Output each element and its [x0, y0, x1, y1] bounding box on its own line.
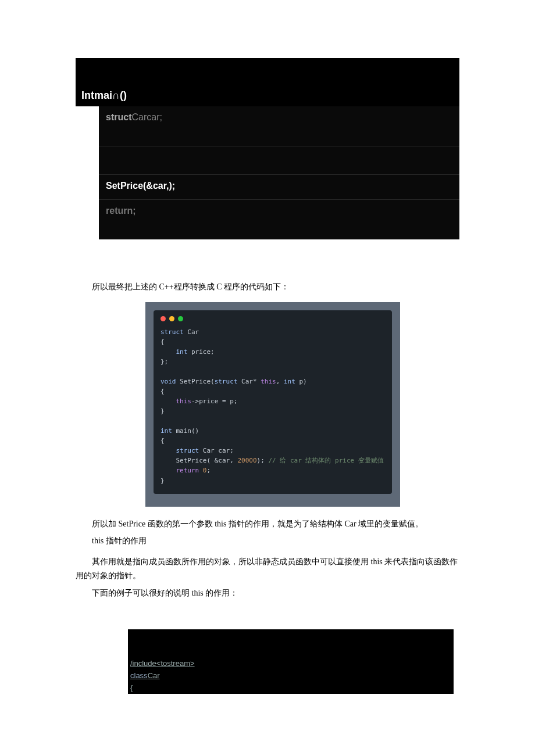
code-figure: struct Car { int price; }; void SetPrice… — [145, 302, 400, 507]
code-line-brace: { — [128, 682, 454, 694]
close-icon — [160, 316, 166, 321]
paragraph-example-intro: 下面的例子可以很好的说明 this 的作用： — [76, 586, 459, 600]
paragraph-this-heading: this 指针的作用 — [76, 534, 459, 548]
figure-code-content: struct Car { int price; }; void SetPrice… — [160, 327, 385, 486]
code-block2-top-bar — [128, 629, 454, 657]
code-line-class: classCar — [128, 669, 454, 682]
code-block-title: Intmai∩() — [76, 87, 459, 106]
class-name: Car — [148, 671, 160, 680]
code-block-main: Intmai∩() structCarcar; SetPrice(&car,);… — [76, 58, 459, 239]
code-figure-window: struct Car { int price; }; void SetPrice… — [154, 310, 392, 494]
code-line-return: return; — [99, 199, 459, 239]
keyword-class: class — [130, 671, 148, 680]
window-controls — [160, 316, 385, 321]
paragraph-this-body: 其作用就是指向成员函数所作用的对象，所以非静态成员函数中可以直接使用 this … — [76, 555, 459, 583]
keyword-struct: struct — [106, 112, 131, 122]
code-text: Carcar; — [131, 112, 162, 122]
code-line-setprice: SetPrice(&car,); — [99, 174, 459, 199]
maximize-icon — [178, 316, 183, 321]
paragraph-setprice-explain: 所以加 SetPrice 函数的第一个参数 this 指针的作用，就是为了给结构… — [76, 517, 459, 531]
minimize-icon — [169, 316, 174, 321]
code-line-blank — [99, 146, 459, 174]
code-line-include: /include<tostream> — [128, 657, 454, 669]
code-block-top-bar — [76, 58, 459, 87]
code-block-example: /include<tostream> classCar { — [128, 629, 454, 694]
code-line-struct: structCarcar; — [99, 106, 459, 146]
paragraph-intro: 所以最终把上述的 C++程序转换成 C 程序的代码如下： — [76, 280, 459, 294]
code-block-body: structCarcar; SetPrice(&car,); return; — [99, 106, 459, 239]
